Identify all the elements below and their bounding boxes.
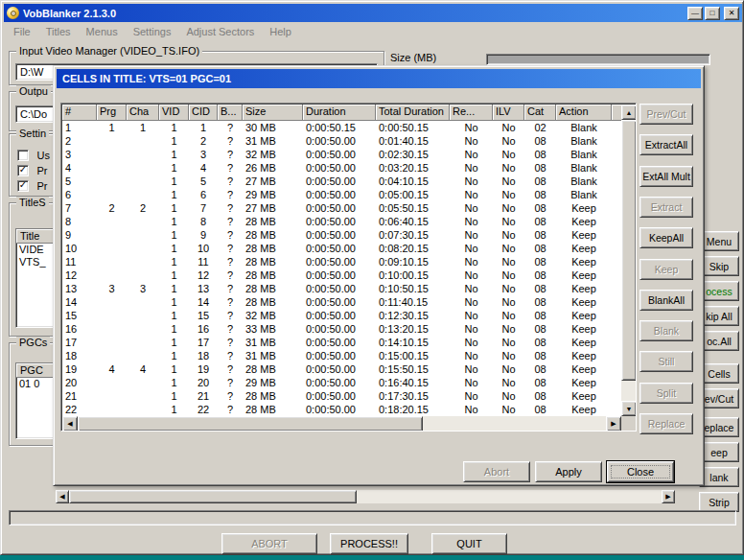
column-header-vid[interactable]: VID: [159, 105, 189, 121]
abort-button[interactable]: Abort: [463, 461, 530, 482]
main-button-fragment-eplace[interactable]: eplace: [699, 417, 739, 437]
table-row[interactable]: 212?31 MB0:00:50.000:01:40.15NoNo08Blank: [62, 134, 621, 148]
column-header-prg[interactable]: Prg: [97, 105, 127, 121]
main-title-bar[interactable]: VobBlanker 2.1.3.0 — □ ✕: [4, 4, 742, 22]
scroll-right-button[interactable]: ▶: [606, 416, 621, 432]
table-cell: Keep: [556, 336, 612, 349]
table-row[interactable]: 16116?33 MB0:00:50.000:13:20.15NoNo08Kee…: [62, 322, 621, 336]
scrollbar-thumb[interactable]: [78, 416, 423, 432]
table-row[interactable]: 12112?28 MB0:00:50.000:10:00.15NoNo08Kee…: [62, 268, 621, 282]
split-button[interactable]: Split: [639, 383, 693, 404]
blank-button[interactable]: Blank: [639, 320, 693, 341]
column-header-b[interactable]: B...: [218, 105, 243, 121]
table-row[interactable]: 919?28 MB0:00:50.000:07:30.15NoNo08Keep: [62, 228, 621, 242]
column-header-duration[interactable]: Duration: [303, 105, 376, 121]
table-row[interactable]: 10110?28 MB0:00:50.000:08:20.15NoNo08Kee…: [62, 242, 621, 255]
vertical-scrollbar[interactable]: ▲ ▼: [621, 105, 637, 416]
close-button[interactable]: Close: [607, 461, 674, 482]
table-row[interactable]: 313?32 MB0:00:50.000:02:30.15NoNo08Blank: [62, 148, 621, 161]
table-cell: 08: [524, 376, 556, 389]
main-button-fragment-strip[interactable]: Strip: [699, 492, 739, 512]
table-row[interactable]: 15115?32 MB0:00:50.000:12:30.15NoNo08Kee…: [62, 309, 621, 322]
table-cell: 08: [524, 349, 556, 362]
checkbox[interactable]: ✓: [17, 165, 29, 176]
table-row[interactable]: 18118?31 MB0:00:50.000:15:00.15NoNo08Kee…: [62, 349, 621, 362]
table-cell: 28 MB: [243, 268, 303, 282]
table-cell: 22: [189, 403, 218, 416]
checkbox[interactable]: [17, 150, 29, 161]
extall-mult-button[interactable]: ExtAll Mult: [639, 166, 693, 187]
replace-button[interactable]: Replace: [639, 413, 693, 434]
apply-button[interactable]: Apply: [535, 461, 602, 482]
column-header-total-duration[interactable]: Total Duration: [376, 105, 450, 121]
table-row[interactable]: 14114?28 MB0:00:50.000:11:40.15NoNo08Kee…: [62, 295, 621, 309]
menu-file[interactable]: File: [6, 26, 38, 37]
table-row[interactable]: 818?28 MB0:00:50.000:06:40.15NoNo08Keep: [62, 215, 621, 228]
table-cell: 0:10:50.15: [376, 282, 450, 295]
main-horizontal-scrollbar[interactable]: ◀ ▶: [56, 490, 675, 503]
keep-button[interactable]: Keep: [639, 259, 693, 280]
checkbox[interactable]: ✓: [17, 180, 29, 192]
scroll-up-button[interactable]: ▲: [621, 105, 637, 120]
scroll-left-button[interactable]: ◀: [62, 416, 78, 432]
menu-titles[interactable]: Titles: [38, 26, 79, 37]
column-header-0[interactable]: #: [62, 105, 97, 121]
still-button[interactable]: Still: [639, 351, 693, 372]
prev-cut-button[interactable]: Prev/Cut: [639, 104, 693, 125]
settings-group-label: Settin: [16, 128, 49, 140]
main-button-fragment-oc-all[interactable]: oc.All: [699, 331, 739, 351]
dialog-title-bar[interactable]: CELLS IN TITLE: VTS=01 PGC=01: [57, 69, 701, 88]
table-cell: [97, 336, 127, 349]
table-cell: 19: [62, 362, 97, 376]
table-cell: No: [493, 282, 524, 295]
main-button-fragment-kip-all[interactable]: kip All: [699, 306, 739, 326]
column-header-re[interactable]: Re...: [450, 105, 493, 121]
table-row[interactable]: 515?27 MB0:00:50.000:04:10.15NoNo08Blank: [62, 175, 621, 188]
table-cell: 0:05:50.15: [376, 201, 450, 215]
menu-settings[interactable]: Settings: [126, 26, 179, 37]
horizontal-scrollbar[interactable]: ◀ ▶: [62, 416, 621, 432]
scroll-right-button[interactable]: ▶: [662, 490, 675, 503]
scroll-down-button[interactable]: ▼: [621, 401, 637, 416]
column-header-size[interactable]: Size: [243, 105, 303, 121]
table-row[interactable]: 1333113?28 MB0:00:50.000:10:50.15NoNo08K…: [62, 282, 621, 295]
column-header-ilv[interactable]: ILV: [493, 105, 524, 121]
table-row[interactable]: 17117?31 MB0:00:50.000:14:10.15NoNo08Kee…: [62, 336, 621, 349]
main-button-fragment-ocess[interactable]: ocess: [699, 281, 739, 301]
table-row[interactable]: 414?26 MB0:00:50.000:03:20.15NoNo08Blank: [62, 161, 621, 175]
table-row[interactable]: 72217?27 MB0:00:50.000:05:50.15NoNo08Kee…: [62, 201, 621, 215]
column-header-cha[interactable]: Cha: [127, 105, 159, 121]
table-row[interactable]: 11111?28 MB0:00:50.000:09:10.15NoNo08Kee…: [62, 255, 621, 268]
extractall-button[interactable]: ExtractAll: [639, 134, 693, 155]
scroll-left-button[interactable]: ◀: [56, 490, 69, 503]
quit-button[interactable]: QUIT: [431, 533, 507, 554]
main-button-fragment-eep[interactable]: eep: [699, 442, 739, 462]
main-button-fragment-menu[interactable]: Menu: [699, 231, 739, 251]
main-button-fragment-cells[interactable]: Cells: [699, 363, 739, 384]
table-row[interactable]: 21121?28 MB0:00:50.000:17:30.15NoNo08Kee…: [62, 389, 621, 403]
scrollbar-thumb[interactable]: [69, 490, 357, 503]
extract-button[interactable]: Extract: [639, 197, 693, 218]
column-header-cid[interactable]: CID: [189, 105, 218, 121]
blankall-button[interactable]: BlankAll: [639, 290, 693, 311]
main-button-fragment-ev-cut[interactable]: ev/Cut: [699, 388, 739, 408]
column-header-action[interactable]: Action: [556, 105, 612, 121]
menu-adjust-sectors[interactable]: Adjust Sectors: [178, 26, 262, 37]
menu-help[interactable]: Help: [262, 26, 299, 37]
table-row[interactable]: 616?29 MB0:00:50.000:05:00.15NoNo08Blank: [62, 188, 621, 201]
scrollbar-thumb[interactable]: [621, 120, 637, 381]
process-button[interactable]: PROCESS!!: [330, 533, 408, 554]
table-row[interactable]: 22122?28 MB0:00:50.000:18:20.15NoNo08Kee…: [62, 403, 621, 416]
table-row[interactable]: 1944119?28 MB0:00:50.000:15:50.15NoNo08K…: [62, 362, 621, 376]
table-cell: 1: [159, 201, 189, 215]
table-cell: No: [493, 376, 524, 389]
column-header-cat[interactable]: Cat: [524, 105, 556, 121]
checkbox-row[interactable]: ✓ Pr: [17, 176, 47, 194]
table-cell: 0:00:50.00: [303, 161, 376, 175]
table-row[interactable]: 11111?30 MB0:00:50.150:00:50.15NoNo02Bla…: [62, 121, 621, 134]
menu-menus[interactable]: Menus: [79, 26, 126, 37]
main-button-fragment-skip[interactable]: Skip: [699, 256, 739, 276]
keepall-button[interactable]: KeepAll: [639, 227, 693, 248]
abort-button[interactable]: ABORT: [221, 533, 317, 554]
table-row[interactable]: 20120?29 MB0:00:50.000:16:40.15NoNo08Kee…: [62, 376, 621, 389]
